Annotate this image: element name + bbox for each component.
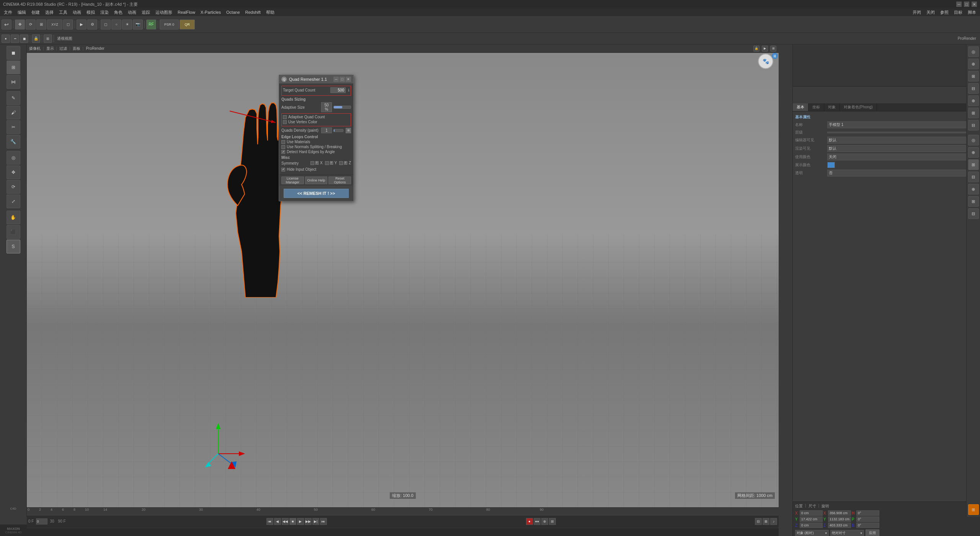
flatten-btn[interactable]: ⬛ xyxy=(7,225,20,239)
rotate-tool[interactable]: ⟳ xyxy=(26,20,36,29)
color-swatch[interactable] xyxy=(827,162,835,168)
remesh-btn[interactable]: << REMESH IT ! >> xyxy=(284,189,349,198)
use-color-value[interactable]: 关闭 ▼ xyxy=(827,154,978,160)
select-tool[interactable]: ◻ xyxy=(63,20,73,29)
menu-realflow[interactable]: RealFlow xyxy=(175,9,198,15)
hide-input-checkbox[interactable] xyxy=(281,168,285,172)
bouncer-btn[interactable]: ⊠ xyxy=(763,518,769,525)
vp-icon-14[interactable]: ⊟ xyxy=(968,208,979,219)
sym-z-option[interactable]: 图 Z xyxy=(339,160,351,166)
adaptive-size-value[interactable]: 50 % xyxy=(321,102,332,112)
knife-btn[interactable]: ✂ xyxy=(7,120,20,134)
camera-btn[interactable]: 📷 xyxy=(133,20,143,29)
vp-render-btn[interactable]: ▶ xyxy=(762,46,768,52)
vp-icon-6[interactable]: ⊞ xyxy=(968,108,979,118)
license-manager-btn[interactable]: License Manager xyxy=(281,176,304,184)
target-quad-input[interactable] xyxy=(330,87,346,93)
vp-icon-2[interactable]: ⊕ xyxy=(968,59,979,69)
record-btn[interactable]: ● xyxy=(526,518,533,525)
play-btn[interactable]: ▶ xyxy=(297,518,304,525)
brush-btn[interactable]: ✎ xyxy=(7,91,20,105)
menu-script[interactable]: 脚本 xyxy=(965,9,978,16)
vp-icon-1[interactable]: ◎ xyxy=(968,46,979,57)
menu-select[interactable]: 选择 xyxy=(43,9,56,16)
vp-icon-13[interactable]: ⊞ xyxy=(968,196,979,207)
coord-rot-tab[interactable]: 旋转 xyxy=(822,503,829,509)
edge-mode[interactable]: ━ xyxy=(11,34,19,43)
record-all-btn[interactable]: ●● xyxy=(534,518,541,525)
coord-mode-2[interactable]: 绝对对寸 ▼ xyxy=(830,530,864,536)
go-end-btn[interactable]: ⏭ xyxy=(320,518,327,525)
snap-btn[interactable]: 🔒 xyxy=(32,34,40,43)
sym-y-option[interactable]: 图 Y xyxy=(325,160,337,166)
viewport[interactable]: 摄像机 | 显示 | 过滤 | 面板 | ProRender 🔒 ▶ ⊞ xyxy=(27,44,779,507)
magnet-btn[interactable]: 🔧 xyxy=(7,135,20,149)
scale-tool[interactable]: ⊞ xyxy=(36,20,46,29)
vp-icon-11[interactable]: ⊟ xyxy=(968,172,979,182)
qr-btn[interactable]: QR xyxy=(180,20,195,29)
vp-icon-8[interactable]: ◎ xyxy=(968,135,979,145)
smooth-btn[interactable]: S xyxy=(7,240,20,253)
point-mode[interactable]: ● xyxy=(2,34,10,43)
vp-expand-btn[interactable]: ⊞ xyxy=(770,46,776,52)
menu-xparticles[interactable]: X-Particles xyxy=(198,9,223,15)
tab-basic[interactable]: 基本 xyxy=(793,103,808,111)
reset-options-btn[interactable]: Reset Options xyxy=(328,176,351,184)
close-button[interactable]: ✕ xyxy=(972,2,977,7)
play-back-btn[interactable]: ◀◀ xyxy=(282,518,289,525)
minimize-button[interactable]: ─ xyxy=(956,2,962,7)
menu-help[interactable]: 帮助 xyxy=(264,9,277,16)
dialog-maximize-btn[interactable]: □ xyxy=(340,77,345,82)
camera-mode[interactable]: 摄像机 xyxy=(29,46,41,51)
play-fwd-btn[interactable]: ▶▶ xyxy=(305,518,312,525)
menu-mograph[interactable]: 运动图形 xyxy=(153,9,175,16)
sym-x-option[interactable]: 图 X xyxy=(310,160,322,166)
vp-icon-4[interactable]: ⊟ xyxy=(968,83,979,94)
detect-hard-edges-checkbox[interactable] xyxy=(281,150,285,154)
use-normals-checkbox[interactable] xyxy=(281,145,285,149)
sound-btn[interactable]: ♪ xyxy=(770,518,777,525)
coord-pos-tab[interactable]: 位置 xyxy=(795,503,803,509)
menu-tools[interactable]: 工具 xyxy=(57,9,70,16)
model-mode-btn[interactable]: ◼ xyxy=(7,46,20,60)
panel-mode[interactable]: 面板 xyxy=(73,46,80,51)
display-color-swatch[interactable] xyxy=(827,162,978,168)
coord-apply-btn[interactable]: 应用 xyxy=(866,529,879,536)
paint-btn[interactable]: 🖌 xyxy=(7,106,20,119)
menu-file[interactable]: 文件 xyxy=(2,9,15,16)
prorender-mode[interactable]: ProRender xyxy=(86,46,104,51)
maximize-button[interactable]: □ xyxy=(964,2,969,7)
adaptive-size-track[interactable] xyxy=(333,106,351,109)
xyz-toggle[interactable]: XYZ xyxy=(47,20,62,29)
sym-y-checkbox[interactable] xyxy=(325,161,329,165)
dialog-close-btn[interactable]: ✕ xyxy=(346,77,351,82)
vp-icon-7[interactable]: ⊟ xyxy=(968,120,979,131)
dialog-title-bar[interactable]: Q Quad Remesher 1.1 ─ □ ✕ xyxy=(279,75,353,83)
coord-size-tab[interactable]: 尺寸 xyxy=(808,503,816,509)
rotate-btn[interactable]: ⟳ xyxy=(7,180,20,194)
cube-btn[interactable]: ◻ xyxy=(101,20,111,29)
menu-edit[interactable]: 编辑 xyxy=(15,9,28,16)
quads-density-track[interactable] xyxy=(333,129,343,132)
adaptive-quad-count-checkbox[interactable] xyxy=(283,115,287,119)
coord-y-size-val[interactable]: 1132.183 cm xyxy=(828,516,851,522)
layer-value[interactable] xyxy=(827,132,978,133)
light-btn[interactable]: ☀ xyxy=(122,20,132,29)
next-frame-btn[interactable]: ▶| xyxy=(312,518,319,525)
name-value[interactable]: 手模型 1 🔒 xyxy=(827,121,978,128)
vp-icon-bottom[interactable]: ⊞ xyxy=(968,504,979,515)
tab-phong[interactable]: 对象着色(Phong) xyxy=(840,103,877,111)
menu-open[interactable]: 开闭 xyxy=(910,9,923,16)
coord-y-pos[interactable]: 17.422 cm xyxy=(800,516,823,522)
coord-z-rot-val[interactable]: 0° xyxy=(856,523,879,528)
key-all-btn[interactable]: ⊞ xyxy=(549,518,556,525)
go-start-btn[interactable]: ⏮ xyxy=(266,518,273,525)
use-vertex-color-checkbox[interactable] xyxy=(283,120,287,124)
undo-button[interactable]: ↩ xyxy=(2,20,11,29)
prev-frame-btn[interactable]: ◀ xyxy=(274,518,281,525)
coord-x-rot-val[interactable]: 0° xyxy=(856,510,879,516)
tab-object[interactable]: 对象 xyxy=(824,103,840,111)
menu-motion[interactable]: 动画 xyxy=(126,9,139,16)
uv-btn[interactable]: ⋈ xyxy=(7,75,20,89)
render-settings[interactable]: ⚙ xyxy=(87,20,97,29)
